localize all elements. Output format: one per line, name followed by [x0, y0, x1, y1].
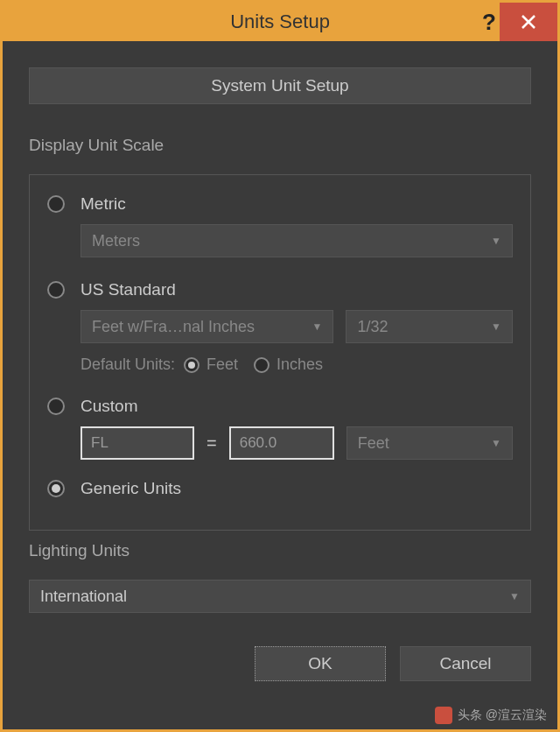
- metric-select[interactable]: Meters ▼: [80, 224, 513, 257]
- content-area: System Unit Setup Display Unit Scale Met…: [3, 41, 557, 646]
- metric-radio-row[interactable]: Metric: [47, 194, 513, 214]
- system-unit-setup-button[interactable]: System Unit Setup: [29, 67, 531, 104]
- us-format-select[interactable]: Feet w/Fra…nal Inches ▼: [80, 310, 333, 343]
- default-units-row: Default Units: Feet Inches: [80, 355, 513, 374]
- lighting-units-select[interactable]: International ▼: [29, 580, 531, 613]
- us-format-value: Feet w/Fra…nal Inches: [92, 318, 255, 336]
- units-setup-dialog: Units Setup ? System Unit Setup Display …: [0, 0, 560, 732]
- custom-radio[interactable]: [47, 398, 65, 415]
- watermark: 头条 @渲云渲染: [435, 707, 547, 724]
- us-selects-row: Feet w/Fra…nal Inches ▼ 1/32 ▼: [80, 310, 513, 343]
- metric-select-value: Meters: [92, 232, 140, 250]
- us-standard-radio[interactable]: [47, 281, 65, 299]
- custom-label: Custom: [80, 397, 137, 416]
- dialog-buttons: OK Cancel: [3, 646, 557, 681]
- custom-value-input[interactable]: [229, 426, 334, 460]
- generic-label: Generic Units: [80, 479, 181, 498]
- lighting-units-value: International: [40, 588, 127, 606]
- cancel-button[interactable]: Cancel: [400, 646, 531, 681]
- generic-radio[interactable]: [47, 480, 65, 497]
- display-unit-scale-label: Display Unit Scale: [29, 136, 531, 155]
- chevron-down-icon: ▼: [312, 320, 323, 333]
- lighting-units-label: Lighting Units: [29, 541, 531, 560]
- close-button[interactable]: [500, 3, 557, 41]
- window-title: Units Setup: [230, 11, 330, 33]
- help-button[interactable]: ?: [482, 9, 496, 36]
- default-inches-radio[interactable]: [254, 357, 270, 373]
- us-standard-label: US Standard: [80, 280, 176, 299]
- us-fraction-value: 1/32: [357, 318, 388, 336]
- custom-inputs-row: = Feet ▼: [80, 426, 513, 460]
- default-units-label: Default Units:: [80, 355, 175, 374]
- default-feet-label: Feet: [206, 355, 238, 374]
- us-fraction-select[interactable]: 1/32 ▼: [346, 310, 513, 343]
- chevron-down-icon: ▼: [491, 235, 501, 247]
- chevron-down-icon: ▼: [509, 590, 520, 602]
- chevron-down-icon: ▼: [491, 437, 501, 449]
- generic-radio-row[interactable]: Generic Units: [47, 479, 513, 498]
- custom-unit-value: Feet: [358, 434, 389, 453]
- ok-button[interactable]: OK: [255, 646, 386, 681]
- equals-sign: =: [206, 433, 217, 454]
- custom-unit-name-input[interactable]: [80, 426, 194, 460]
- custom-unit-select[interactable]: Feet ▼: [346, 426, 513, 460]
- chevron-down-icon: ▼: [491, 320, 501, 333]
- display-unit-scale-group: Metric Meters ▼ US Standard Feet w/Fra…n…: [29, 174, 531, 531]
- us-standard-radio-row[interactable]: US Standard: [47, 280, 513, 299]
- metric-radio[interactable]: [47, 195, 65, 213]
- watermark-icon: [435, 707, 452, 724]
- custom-radio-row[interactable]: Custom: [47, 397, 513, 416]
- default-inches-label: Inches: [276, 355, 323, 374]
- default-feet-radio[interactable]: [184, 357, 200, 373]
- titlebar: Units Setup ?: [3, 3, 557, 41]
- close-icon: [521, 14, 536, 30]
- metric-label: Metric: [80, 194, 126, 214]
- watermark-text: 头条 @渲云渲染: [458, 707, 547, 723]
